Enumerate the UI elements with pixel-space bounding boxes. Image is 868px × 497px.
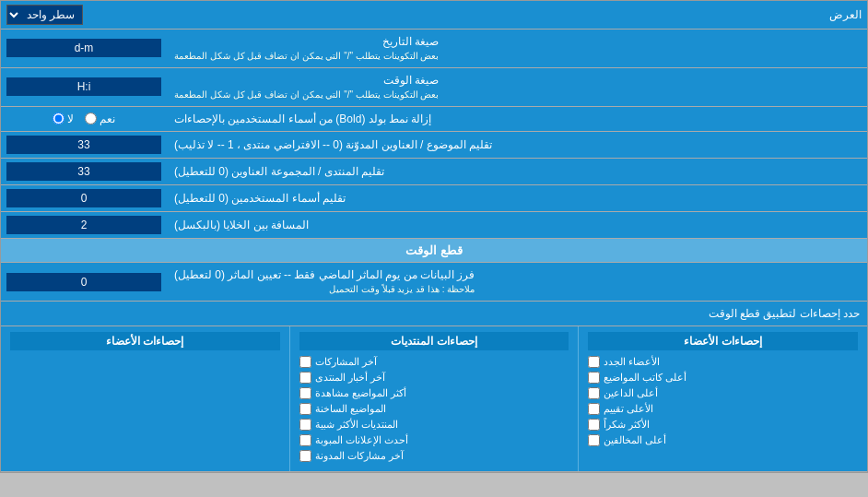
col-members-title: إحصاءات الأعضاء [588,332,858,350]
checkbox-section: إحصاءات الأعضاء الأعضاء الجدد أعلى كاتب … [1,326,867,472]
date-format-row: صيغة التاريخ بعض التكوينات يتطلب "/" الت… [1,30,867,68]
checkbox-col-forums: إحصاءات المنتديات آخر المشاركات آخر أخبا… [289,326,579,471]
time-format-row: صيغة الوقت بعض التكوينات يتطلب "/" التي … [1,68,867,107]
cell-spacing-input[interactable] [6,216,161,234]
checkbox-last-posts: آخر المشاركات [299,356,569,368]
cb-last-blog-posts[interactable] [299,450,311,462]
cb-last-forum-news[interactable] [299,372,311,384]
cell-spacing-row: المسافة بين الخلايا (بالبكسل) [1,212,867,239]
cutoff-section-title: قطع الوقت [1,239,867,263]
checkbox-latest-classifieds: أحدث الإعلانات المبوبة [299,434,569,446]
cb-latest-classifieds[interactable] [299,434,311,446]
bold-remove-radio-cell: نعم لا [1,107,167,132]
cb-hot-topics[interactable] [299,403,311,415]
cutoff-label: فرز البيانات من يوم الماثر الماضي فقط --… [167,263,867,301]
limit-label: حدد إحصاءات لتطبيق قطع الوقت [8,307,860,320]
checkbox-col-extra: إحصاءات الأعضاء [1,326,289,471]
checkbox-col-members: إحصاءات الأعضاء الأعضاء الجدد أعلى كاتب … [578,326,867,471]
date-format-input[interactable] [6,39,161,57]
users-trim-row: تقليم أسماء المستخدمين (0 للتعطيل) [1,185,867,212]
radio-no[interactable] [53,112,65,124]
cell-spacing-input-cell [1,212,167,238]
cb-last-posts[interactable] [299,356,311,368]
radio-yes-label[interactable]: نعم [85,112,115,125]
cb-new-members[interactable] [588,356,600,368]
forum-trim-input[interactable] [6,162,161,181]
checkbox-top-rated: الأعلى تقييم [588,403,858,415]
time-format-label: صيغة الوقت بعض التكوينات يتطلب "/" التي … [167,68,867,106]
checkbox-last-blog-posts: آخر مشاركات المدونة [299,450,569,462]
subject-trim-input[interactable] [6,136,161,154]
radio-no-label[interactable]: لا [53,112,74,125]
checkbox-most-viewed: أكثر المواضيع مشاهدة [299,387,569,399]
checkbox-top-inviters: أعلى الداعين [588,387,858,399]
checkbox-most-similar-forums: المنتديات الأكثر شبية [299,419,569,431]
cell-spacing-label: المسافة بين الخلايا (بالبكسل) [167,212,867,238]
checkbox-top-writers: أعلى كاتب المواضيع [588,372,858,384]
subject-trim-label: تقليم الموضوع / العناوين المدوّنة (0 -- … [167,132,867,158]
checkbox-most-thanked: الأكثر شكراً [588,419,858,431]
users-trim-label: تقليم أسماء المستخدمين (0 للتعطيل) [167,185,867,211]
forum-trim-row: تقليم المنتدى / المجموعة العناوين (0 للت… [1,159,867,185]
cb-most-similar-forums[interactable] [299,419,311,431]
display-label: العرض [83,8,862,21]
checkbox-last-forum-news: آخر أخبار المنتدى [299,372,569,384]
cb-most-thanked[interactable] [588,419,600,431]
cb-top-warned[interactable] [588,434,600,446]
time-format-input-cell [1,68,167,106]
date-format-input-cell [1,30,167,67]
forum-trim-label: تقليم المنتدى / المجموعة العناوين (0 للت… [167,159,867,184]
display-select-wrapper: سطر واحد سطران ثلاثة أسطر [6,5,83,25]
cb-top-writers[interactable] [588,372,600,384]
checkbox-new-members: الأعضاء الجدد [588,356,858,368]
col-forums-title: إحصاءات المنتديات [299,332,569,350]
radio-yes[interactable] [85,112,97,124]
top-display-row: العرض سطر واحد سطران ثلاثة أسطر [1,1,867,30]
forum-trim-input-cell [1,159,167,184]
limit-label-row: حدد إحصاءات لتطبيق قطع الوقت [1,302,867,326]
subject-trim-input-cell [1,132,167,158]
users-trim-input-cell [1,185,167,211]
cb-top-inviters[interactable] [588,387,600,399]
date-format-label: صيغة التاريخ بعض التكوينات يتطلب "/" الت… [167,30,867,67]
cb-most-viewed[interactable] [299,387,311,399]
cutoff-input[interactable] [6,273,161,291]
bold-remove-label: إزالة نمط بولد (Bold) من أسماء المستخدمي… [167,107,867,132]
cb-top-rated[interactable] [588,403,600,415]
subject-trim-row: تقليم الموضوع / العناوين المدوّنة (0 -- … [1,132,867,159]
cutoff-row: فرز البيانات من يوم الماثر الماضي فقط --… [1,263,867,302]
display-select[interactable]: سطر واحد سطران ثلاثة أسطر [6,5,83,25]
checkbox-hot-topics: المواضيع الساخنة [299,403,569,415]
bold-remove-row: إزالة نمط بولد (Bold) من أسماء المستخدمي… [1,107,867,133]
time-format-input[interactable] [6,77,161,96]
col-extra-title: إحصاءات الأعضاء [10,332,280,350]
users-trim-input[interactable] [6,189,161,207]
cutoff-input-cell [1,263,167,301]
checkbox-top-warned: أعلى المخالفين [588,434,858,446]
